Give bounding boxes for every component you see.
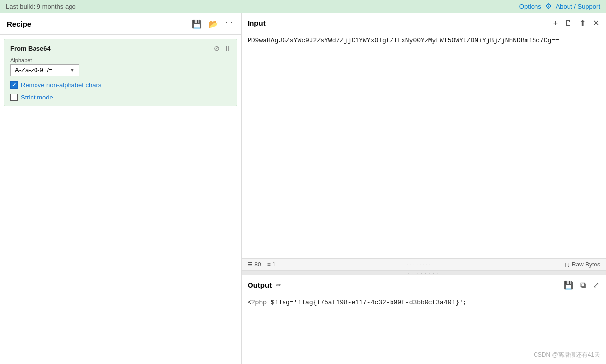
alphabet-label: Alphabet <box>10 57 79 63</box>
input-section: Input + 🗋 ⬆ ✕ PD9waHAgJGZsYWc9J2ZsYWd7Zj… <box>242 13 606 271</box>
output-title: Output <box>248 281 272 289</box>
status-right: Tt Raw Bytes <box>563 261 600 268</box>
remove-nonalpha-row: Remove non-alphabet chars <box>10 81 231 89</box>
recipe-title: Recipe <box>7 20 31 28</box>
input-add-button[interactable]: + <box>552 18 559 29</box>
alphabet-row: Alphabet A-Za-z0-9+/= ▼ <box>10 57 231 76</box>
options-link[interactable]: Options <box>519 3 541 10</box>
main-layout: Recipe 💾 📂 🗑 From Base64 ⊘ ⏸ Alphabet <box>0 13 606 364</box>
build-info: Last build: 9 months ago <box>6 3 76 10</box>
remove-nonalpha-checkbox[interactable] <box>10 81 18 89</box>
recipe-header-icons: 💾 📂 🗑 <box>191 18 234 30</box>
top-bar: Last build: 9 months ago Options ⚙ About… <box>0 0 606 13</box>
tt-icon: Tt <box>563 261 569 268</box>
pause-icon[interactable]: ⏸ <box>224 44 231 52</box>
watermark: CSDN @离暑假还有41天 <box>534 351 600 359</box>
input-header-icons: + 🗋 ⬆ ✕ <box>552 17 600 29</box>
recipe-save-button[interactable]: 💾 <box>191 18 203 30</box>
input-header: Input + 🗋 ⬆ ✕ <box>242 13 606 33</box>
disable-icon[interactable]: ⊘ <box>214 44 220 52</box>
left-panel: Recipe 💾 📂 🗑 From Base64 ⊘ ⏸ Alphabet <box>0 13 242 364</box>
input-title: Input <box>248 19 266 27</box>
from-base64-controls: ⊘ ⏸ <box>214 44 231 52</box>
edit-icon[interactable]: ✏ <box>276 281 281 289</box>
drag-handle[interactable]: · · · · · · · · <box>242 271 606 275</box>
char-count: ☰ 80 <box>248 261 261 268</box>
line-count: ≡ 1 <box>267 261 276 268</box>
input-import-button[interactable]: ⬆ <box>578 17 587 29</box>
strict-mode-row: Strict mode <box>10 94 231 101</box>
about-link[interactable]: About / Support <box>556 3 600 10</box>
input-new-button[interactable]: 🗋 <box>564 18 573 29</box>
input-textarea[interactable]: PD9waHAgJGZsYWc9J2ZsYWd7ZjjC1YWYxOTgtZTE… <box>242 33 606 258</box>
output-title-row: Output ✏ <box>248 281 281 289</box>
drag-dots: ········ <box>407 261 432 268</box>
from-base64-title: From Base64 <box>10 45 51 52</box>
strict-mode-checkbox[interactable] <box>10 94 18 101</box>
status-left: ☰ 80 ≡ 1 <box>248 261 276 268</box>
alphabet-select[interactable]: A-Za-z0-9+/= ▼ <box>10 64 79 76</box>
recipe-delete-button[interactable]: 🗑 <box>224 19 234 30</box>
output-header: Output ✏ 💾 ⧉ ⤢ <box>242 275 606 295</box>
chevron-down-icon: ▼ <box>70 67 75 73</box>
from-base64-header: From Base64 ⊘ ⏸ <box>10 44 231 52</box>
raw-bytes-button[interactable]: Raw Bytes <box>572 261 600 268</box>
recipe-header: Recipe 💾 📂 🗑 <box>0 13 241 35</box>
recipe-empty-area <box>0 110 241 364</box>
output-value: <?php $flag='flag{f75af198-e117-4c32-b99… <box>248 299 467 306</box>
input-status-bar: ☰ 80 ≡ 1 ········ Tt Raw Bytes <box>242 258 606 271</box>
top-bar-right: Options ⚙ About / Support <box>519 2 600 11</box>
output-header-icons: 💾 ⧉ ⤢ <box>563 279 600 291</box>
alphabet-group: Alphabet A-Za-z0-9+/= ▼ <box>10 57 79 76</box>
output-save-button[interactable]: 💾 <box>563 279 574 291</box>
output-expand-button[interactable]: ⤢ <box>592 279 600 291</box>
input-close-button[interactable]: ✕ <box>592 17 600 29</box>
remove-nonalpha-label[interactable]: Remove non-alphabet chars <box>21 81 101 89</box>
gear-icon[interactable]: ⚙ <box>545 2 552 11</box>
recipe-open-button[interactable]: 📂 <box>208 18 219 30</box>
from-base64-block: From Base64 ⊘ ⏸ Alphabet A-Za-z0-9+/= ▼ <box>4 39 237 106</box>
output-copy-button[interactable]: ⧉ <box>579 280 587 291</box>
right-panel: Input + 🗋 ⬆ ✕ PD9waHAgJGZsYWc9J2ZsYWd7Zj… <box>242 13 606 364</box>
strict-mode-label[interactable]: Strict mode <box>21 94 53 101</box>
alphabet-value: A-Za-z0-9+/= <box>15 66 53 74</box>
